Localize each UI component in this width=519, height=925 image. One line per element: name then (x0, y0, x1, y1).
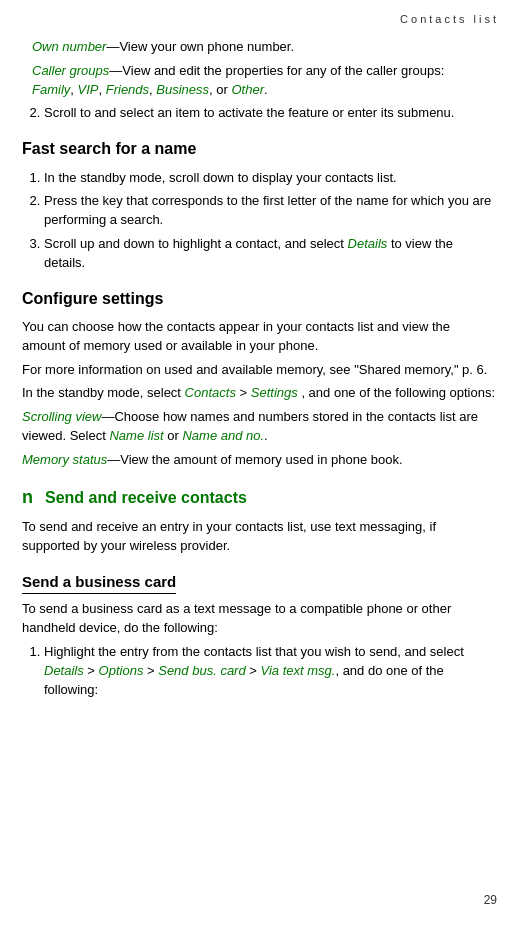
sv-period: . (264, 428, 268, 443)
contacts-link: Contacts (185, 385, 236, 400)
send-receive-heading: Send and receive contacts (45, 486, 247, 509)
business-link: Business (156, 82, 209, 97)
para3-gt1: > (240, 385, 251, 400)
configure-para3: In the standby mode, select Contacts > S… (22, 384, 497, 403)
para3-after: , and one of the following options: (301, 385, 495, 400)
header-title: Contacts list (400, 13, 499, 25)
sc-options-link: Options (99, 663, 144, 678)
send-receive-heading-block: n Send and receive contacts (22, 484, 497, 510)
own-number-para: Own number—View your own phone number. (32, 38, 497, 57)
sc-gt1: > (84, 663, 99, 678)
details-link: Details (348, 236, 388, 251)
memory-status-term: Memory status (22, 452, 107, 467)
scroll-item-step: Scroll to and select an item to activate… (44, 104, 497, 123)
memory-status-def: —View the amount of memory used in phone… (107, 452, 402, 467)
sc-gt2: > (143, 663, 158, 678)
sc-via-text-link: Via text msg. (261, 663, 336, 678)
fast-search-step-3: Scroll up and down to highlight a contac… (44, 235, 497, 273)
name-list-link: Name list (109, 428, 163, 443)
configure-para2: For more information on used and availab… (22, 361, 497, 380)
vip-link: VIP (78, 82, 99, 97)
step2-text: Press the key that corresponds to the fi… (44, 193, 491, 227)
step3-text: Scroll up and down to highlight a contac… (44, 236, 348, 251)
para3-before: In the standby mode, select (22, 385, 181, 400)
sc-details-link: Details (44, 663, 84, 678)
fast-search-step-2: Press the key that corresponds to the fi… (44, 192, 497, 230)
main-content: Own number—View your own phone number. C… (0, 34, 519, 728)
scroll-item-text: Scroll to and select an item to activate… (44, 105, 454, 120)
settings-link: Settings (251, 385, 298, 400)
send-card-steps: Highlight the entry from the contacts li… (22, 643, 497, 700)
memory-status-para: Memory status—View the amount of memory … (22, 451, 497, 470)
family-link: Family (32, 82, 70, 97)
friends-link: Friends (106, 82, 149, 97)
sc-gt3: > (246, 663, 261, 678)
other-link: Other (231, 82, 264, 97)
send-receive-section: n Send and receive contacts To send and … (22, 484, 497, 556)
fast-search-heading: Fast search for a name (22, 137, 497, 160)
sc-step1-before: Highlight the entry from the contacts li… (44, 644, 464, 659)
configure-para1: You can choose how the contacts appear i… (22, 318, 497, 356)
period1: . (264, 82, 268, 97)
send-card-heading-wrapper: Send a business card (22, 561, 497, 601)
scrolling-view-term: Scrolling view (22, 409, 101, 424)
own-number-def: —View your own phone number. (106, 39, 294, 54)
n-letter: n (22, 484, 33, 510)
name-no-link: Name and no. (182, 428, 264, 443)
send-receive-para: To send and receive an entry in your con… (22, 518, 497, 556)
sc-send-bus-card-link: Send bus. card (158, 663, 245, 678)
fast-search-steps: In the standby mode, scroll down to disp… (22, 169, 497, 273)
send-card-step-1: Highlight the entry from the contacts li… (44, 643, 497, 700)
caller-groups-para: Caller groups—View and edit the properti… (32, 62, 497, 100)
configure-section: Configure settings You can choose how th… (22, 287, 497, 470)
send-card-heading: Send a business card (22, 571, 176, 595)
caller-groups-term: Caller groups (32, 63, 109, 78)
step1-text: In the standby mode, scroll down to disp… (44, 170, 397, 185)
fast-search-section: Fast search for a name In the standby mo… (22, 137, 497, 272)
page-header: Contacts list (0, 0, 519, 34)
fast-search-step-1: In the standby mode, scroll down to disp… (44, 169, 497, 188)
sv-or: or (167, 428, 182, 443)
scrolling-view-para: Scrolling view—Choose how names and numb… (22, 408, 497, 446)
send-card-section: Send a business card To send a business … (22, 561, 497, 700)
send-card-para: To send a business card as a text messag… (22, 600, 497, 638)
intro-items: Own number—View your own phone number. C… (22, 38, 497, 100)
own-number-term: Own number (32, 39, 106, 54)
caller-groups-def: —View and edit the properties for any of… (109, 63, 444, 78)
comma2: , (98, 82, 105, 97)
or-text: , or (209, 82, 231, 97)
intro-steps: Scroll to and select an item to activate… (22, 104, 497, 123)
configure-heading: Configure settings (22, 287, 497, 310)
page-number: 29 (484, 892, 497, 909)
comma1: , (70, 82, 77, 97)
